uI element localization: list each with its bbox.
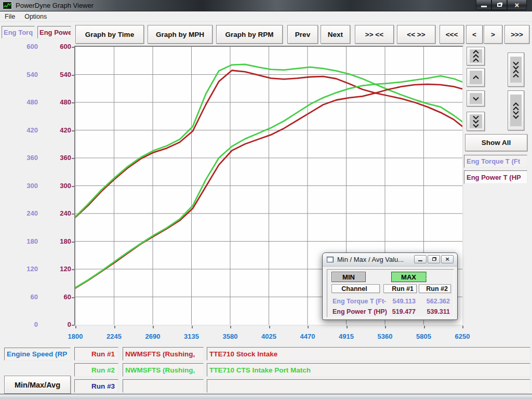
scroll-bottom-button[interactable] xyxy=(467,112,485,131)
zoom-in-vertical-button[interactable] xyxy=(508,52,524,87)
min-button[interactable]: MIN xyxy=(331,272,366,282)
restore-button[interactable] xyxy=(491,0,507,10)
chevron-down-down-down-icon xyxy=(471,115,481,128)
y-tick-power-600: 600 xyxy=(42,42,71,51)
minmax-restore-button[interactable] xyxy=(428,255,440,263)
toolbar-button-nav-7[interactable]: <<< xyxy=(440,25,464,44)
zoom-out-vertical-button[interactable] xyxy=(508,90,524,130)
y-tick-torque-420: 420 xyxy=(0,126,38,135)
y-tick-torque-240: 240 xyxy=(0,209,38,218)
x-tick-mark xyxy=(269,326,270,328)
toolbar-button-prev[interactable]: Prev xyxy=(287,25,318,44)
toolbar-button-graph-by-time[interactable]: Graph by Time xyxy=(75,25,144,44)
x-tick-mark xyxy=(114,326,115,328)
window-title: PowerDyne Graph Viewer xyxy=(16,2,94,9)
x-tick-5805: 5805 xyxy=(406,332,442,341)
toolbar-button-graph-by-rpm[interactable]: Graph by RPM xyxy=(216,25,283,44)
run-title-3 xyxy=(207,379,530,393)
x-tick-2245: 2245 xyxy=(96,332,132,341)
y-tick-power-180: 180 xyxy=(42,237,71,246)
y-tick-torque-480: 480 xyxy=(0,98,38,107)
x-tick-mark xyxy=(424,326,425,328)
close-icon: × xyxy=(515,1,520,9)
run-title-1: TTE710 Stock Intake xyxy=(207,347,530,361)
run-operator-3 xyxy=(123,379,204,393)
show-all-button[interactable]: Show All xyxy=(465,134,527,151)
scroll-top-button[interactable] xyxy=(467,47,485,65)
channel-button-eng-power[interactable]: Eng Powe xyxy=(37,26,71,38)
title-bar[interactable]: PowerDyne Graph Viewer × xyxy=(0,0,532,11)
toolbar-button-nav-9[interactable]: > xyxy=(484,25,502,44)
run-label-2: Run #2 xyxy=(74,363,118,377)
toolbar-button-nav-10[interactable]: >>> xyxy=(504,25,529,44)
powerdyne-window: PowerDyne Graph Viewer × FileOptions Eng… xyxy=(0,0,532,399)
window-bottom-edge xyxy=(0,394,532,399)
y-tick-power-540: 540 xyxy=(42,70,71,79)
y-tick-mark xyxy=(72,325,74,326)
x-tick-mark xyxy=(385,326,386,328)
run-title-2: TTE710 CTS Intake Port Match xyxy=(207,363,530,377)
chevron-up-icon xyxy=(471,75,481,80)
y-tick-torque-600: 600 xyxy=(0,42,38,51)
restore-icon xyxy=(432,258,436,261)
y-tick-power-300: 300 xyxy=(42,181,71,191)
close-icon: × xyxy=(445,256,449,262)
minmax-avg-button[interactable]: Min/Max/Avg xyxy=(4,376,71,394)
scroll-down-button[interactable] xyxy=(467,90,485,107)
legend-eng-power-label: Eng Power T (HP xyxy=(464,170,527,184)
run-operator-2: NWMSFTS (Rushing, xyxy=(123,363,204,377)
y-tick-power-240: 240 xyxy=(42,209,71,218)
minmax-row-run2-value: 539.311 xyxy=(419,308,450,315)
toolbar-button-nav-8[interactable]: < xyxy=(466,25,483,44)
y-tick-mark xyxy=(72,75,74,76)
menu-item-options[interactable]: Options xyxy=(20,12,51,21)
scroll-up-button[interactable] xyxy=(467,68,485,87)
y-tick-torque-360: 360 xyxy=(0,153,38,163)
zoom-in-vertical-button-plate xyxy=(510,57,522,83)
minmax-close-button[interactable]: × xyxy=(441,255,454,263)
minimize-button[interactable] xyxy=(476,0,491,10)
x-tick-6250: 6250 xyxy=(444,332,481,341)
toolbar-button-graph-by-mph[interactable]: Graph by MPH xyxy=(148,25,212,44)
x-tick-mark xyxy=(308,326,309,328)
minmax-row-run1-value: 519.477 xyxy=(383,308,416,315)
minmax-title-bar[interactable]: Min / Max / Avg Valu... × xyxy=(323,253,457,267)
minmax-row-run1-value: 549.113 xyxy=(383,298,416,305)
channel-button-eng-torque[interactable]: Eng Torq xyxy=(2,26,35,38)
x-tick-4470: 4470 xyxy=(289,332,326,341)
toolbar-button-next[interactable]: Next xyxy=(321,25,350,44)
chevron-down-icon xyxy=(471,96,481,101)
menu-item-file[interactable]: File xyxy=(0,12,20,21)
y-tick-mark xyxy=(72,158,74,159)
y-tick-mark xyxy=(72,297,74,298)
minmax-minimize-button[interactable] xyxy=(414,255,427,263)
scroll-down-button-plate xyxy=(470,93,482,104)
minimize-icon xyxy=(418,260,422,261)
x-tick-4025: 4025 xyxy=(251,332,287,341)
minmax-panel: MIN MAX ChannelRun #1Run #2 Eng Torque T… xyxy=(327,269,454,317)
x-tick-2690: 2690 xyxy=(135,332,171,341)
y-tick-mark xyxy=(72,269,74,270)
minmax-window-icon xyxy=(327,257,334,262)
x-tick-1800: 1800 xyxy=(57,332,94,341)
caption-buttons: × xyxy=(476,0,527,10)
chevron-down-down-up-up-icon xyxy=(511,61,521,78)
y-tick-power-480: 480 xyxy=(42,98,71,107)
x-tick-mark xyxy=(230,326,231,328)
y-tick-mark xyxy=(72,186,74,187)
x-tick-mark xyxy=(153,326,154,328)
y-tick-mark xyxy=(72,47,74,48)
toolbar-button-nav-5[interactable]: >> << xyxy=(355,25,394,44)
x-tick-3135: 3135 xyxy=(174,332,210,341)
run-label-1: Run #1 xyxy=(74,347,118,361)
y-tick-power-120: 120 xyxy=(42,264,71,274)
max-button[interactable]: MAX xyxy=(391,272,427,282)
y-tick-power-420: 420 xyxy=(42,126,71,135)
close-button[interactable]: × xyxy=(507,0,527,10)
toolbar-button-nav-6[interactable]: << >> xyxy=(397,25,435,44)
minmax-window-title: Min / Max / Avg Valu... xyxy=(337,256,404,263)
scroll-up-button-plate xyxy=(470,71,482,84)
x-tick-mark xyxy=(347,326,348,328)
app-icon xyxy=(3,2,12,9)
minmax-values-window: Min / Max / Avg Valu... × MIN MAX Channe… xyxy=(322,252,458,320)
